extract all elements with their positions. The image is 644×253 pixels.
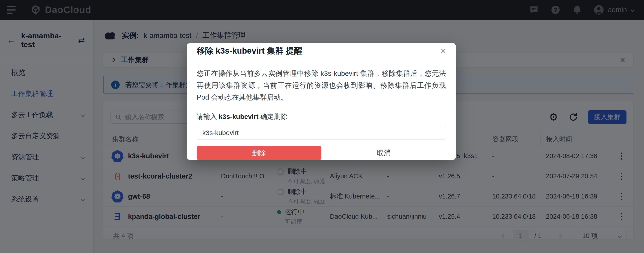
confirm-label-suffix: 确定删除 bbox=[260, 113, 287, 120]
modal-actions: 删除 取消 bbox=[197, 146, 446, 160]
confirm-label-prefix: 请输入 bbox=[197, 113, 217, 120]
screen: DaoCloud ? admin ← k-amamba-test ⇄ bbox=[0, 0, 644, 253]
modal-body: 您正在操作从当前多云实例管理中移除 k3s-kubevirt 集群，移除集群后，… bbox=[187, 59, 456, 160]
modal-header: 移除 k3s-kubevirt 集群 提醒 × bbox=[187, 43, 456, 59]
confirm-label: 请输入 k3s-kubevirt 确定删除 bbox=[197, 112, 446, 121]
remove-cluster-modal: 移除 k3s-kubevirt 集群 提醒 × 您正在操作从当前多云实例管理中移… bbox=[187, 43, 456, 160]
modal-close-icon[interactable]: × bbox=[440, 46, 446, 56]
modal-warning-text: 您正在操作从当前多云实例管理中移除 k3s-kubevirt 集群，移除集群后，… bbox=[197, 67, 446, 103]
confirm-target-name: k3s-kubevirt bbox=[219, 113, 258, 120]
cancel-button[interactable]: 取消 bbox=[321, 146, 446, 160]
modal-title: 移除 k3s-kubevirt 集群 提醒 bbox=[197, 45, 302, 56]
delete-button[interactable]: 删除 bbox=[197, 146, 321, 160]
confirm-name-input[interactable] bbox=[197, 126, 446, 140]
